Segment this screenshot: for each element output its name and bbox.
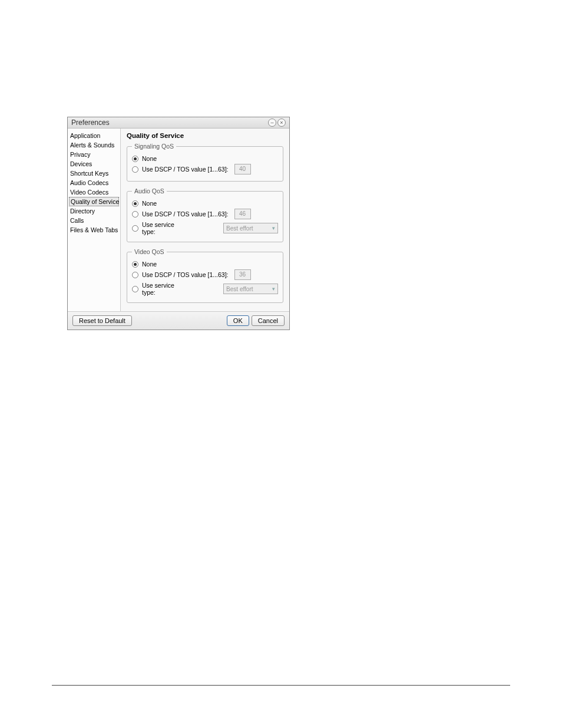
content-title: Quality of Service <box>127 132 283 139</box>
titlebar-controls: – × <box>268 118 286 127</box>
sidebar-item-shortcut-keys[interactable]: Shortcut Keys <box>68 169 120 178</box>
video-none-radio[interactable] <box>132 261 138 268</box>
video-service-radio[interactable] <box>132 286 138 292</box>
reset-to-default-button[interactable]: Reset to Default <box>72 315 132 326</box>
signaling-dscp-row[interactable]: Use DSCP / TOS value [1...63]: 40 <box>132 164 278 174</box>
audio-none-row[interactable]: None <box>132 200 278 207</box>
signaling-dscp-radio[interactable] <box>132 166 138 173</box>
sidebar-item-calls[interactable]: Calls <box>68 216 120 225</box>
audio-service-label: Use service type: <box>142 221 186 235</box>
video-service-combo[interactable]: Best effort ▾ <box>223 284 278 294</box>
signaling-qos-legend: Signaling QoS <box>132 143 176 150</box>
sidebar-item-video-codecs[interactable]: Video Codecs <box>68 187 120 197</box>
video-dscp-label: Use DSCP / TOS value [1...63]: <box>142 271 229 278</box>
video-dscp-radio[interactable] <box>132 272 138 278</box>
sidebar-item-privacy[interactable]: Privacy <box>68 150 120 159</box>
audio-service-combo[interactable]: Best effort ▾ <box>223 223 278 233</box>
signaling-dscp-value[interactable]: 40 <box>234 164 251 174</box>
video-service-label: Use service type: <box>142 282 186 296</box>
signaling-none-label: None <box>142 155 157 162</box>
video-service-value: Best effort <box>226 286 253 292</box>
audio-service-radio[interactable] <box>132 225 138 232</box>
titlebar-title: Preferences <box>71 118 268 127</box>
signaling-none-radio[interactable] <box>132 156 138 162</box>
sidebar-item-quality-of-service[interactable]: Quality of Service <box>69 197 119 206</box>
sidebar-item-directory[interactable]: Directory <box>68 206 120 216</box>
video-qos-group: Video QoS None Use DSCP / TOS value [1..… <box>127 248 283 303</box>
sidebar-item-files-web-tabs[interactable]: Files & Web Tabs <box>68 225 120 235</box>
audio-dscp-label: Use DSCP / TOS value [1...63]: <box>142 210 229 218</box>
preferences-dialog: Preferences – × Application Alerts & Sou… <box>67 117 290 330</box>
signaling-qos-group: Signaling QoS None Use DSCP / TOS value … <box>127 143 283 182</box>
audio-dscp-value[interactable]: 46 <box>234 209 251 219</box>
audio-dscp-row[interactable]: Use DSCP / TOS value [1...63]: 46 <box>132 209 278 219</box>
dialog-body: Application Alerts & Sounds Privacy Devi… <box>68 129 289 311</box>
video-dscp-value[interactable]: 36 <box>234 269 251 280</box>
sidebar-item-devices[interactable]: Devices <box>68 159 120 169</box>
audio-none-label: None <box>142 200 157 207</box>
audio-qos-group: Audio QoS None Use DSCP / TOS value [1..… <box>127 187 283 242</box>
titlebar: Preferences – × <box>68 117 289 129</box>
cancel-button[interactable]: Cancel <box>252 315 285 326</box>
signaling-none-row[interactable]: None <box>132 155 278 162</box>
content-panel: Quality of Service Signaling QoS None Us… <box>121 129 289 311</box>
signaling-dscp-label: Use DSCP / TOS value [1...63]: <box>142 166 229 173</box>
video-service-row[interactable]: Use service type: Best effort ▾ <box>132 282 278 296</box>
sidebar: Application Alerts & Sounds Privacy Devi… <box>68 129 121 311</box>
close-icon[interactable]: × <box>277 118 286 127</box>
video-qos-legend: Video QoS <box>132 248 167 255</box>
video-none-label: None <box>142 261 157 268</box>
chevron-down-icon: ▾ <box>272 286 275 292</box>
sidebar-item-application[interactable]: Application <box>68 131 120 140</box>
sidebar-item-audio-codecs[interactable]: Audio Codecs <box>68 178 120 187</box>
audio-service-value: Best effort <box>226 225 253 232</box>
audio-none-radio[interactable] <box>132 200 138 207</box>
sidebar-item-alerts-sounds[interactable]: Alerts & Sounds <box>68 140 120 150</box>
audio-qos-legend: Audio QoS <box>132 187 167 195</box>
audio-dscp-radio[interactable] <box>132 211 138 218</box>
ok-button[interactable]: OK <box>227 315 249 326</box>
chevron-down-icon: ▾ <box>272 225 275 231</box>
page-divider <box>52 685 510 686</box>
dialog-footer: Reset to Default OK Cancel <box>68 311 289 330</box>
video-none-row[interactable]: None <box>132 261 278 268</box>
audio-service-row[interactable]: Use service type: Best effort ▾ <box>132 221 278 235</box>
minimize-icon[interactable]: – <box>268 118 276 127</box>
video-dscp-row[interactable]: Use DSCP / TOS value [1...63]: 36 <box>132 269 278 280</box>
